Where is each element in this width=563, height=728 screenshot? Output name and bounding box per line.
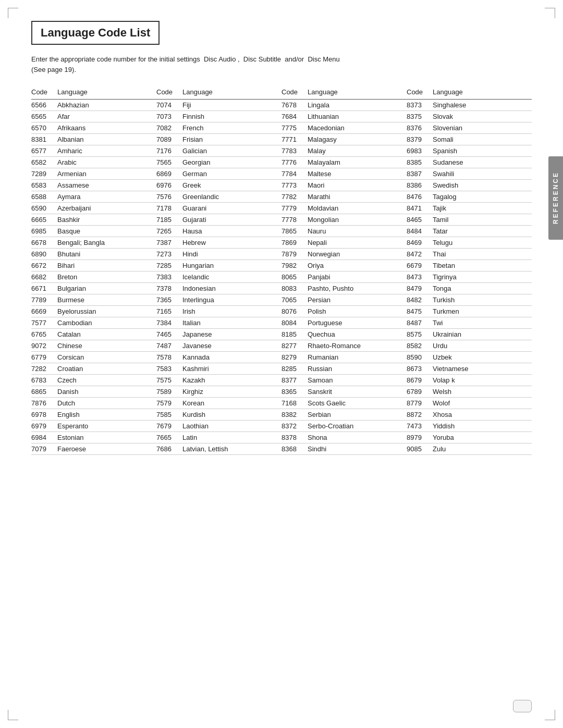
list-item: 6590Azerbaijani <box>31 203 156 214</box>
language-name: Volap k <box>433 376 532 384</box>
list-item: 7982Oriya <box>282 260 407 272</box>
language-name: Malagasy <box>308 135 407 143</box>
list-item: 7178Guarani <box>156 203 282 214</box>
list-item: 7383Icelandic <box>156 272 282 283</box>
language-name: Catalan <box>57 330 156 338</box>
language-code: 7082 <box>156 124 182 132</box>
list-item: 8590Uzbek <box>407 352 532 363</box>
language-code: 6682 <box>31 273 57 281</box>
language-name: English <box>57 411 156 418</box>
list-item: 6582Arabic <box>31 157 156 168</box>
language-code: 7565 <box>156 158 182 166</box>
list-item: 8083Pashto, Pushto <box>282 283 407 294</box>
list-item: 7678Lingala <box>282 100 407 111</box>
language-code: 7776 <box>282 158 308 166</box>
list-item: 7589Kirghiz <box>156 386 282 398</box>
language-name: Interlingua <box>182 296 282 304</box>
list-item: 7665Latin <box>156 432 282 443</box>
language-name: Uzbek <box>433 353 532 361</box>
language-name: Oriya <box>308 262 407 269</box>
list-item: 8484Tatar <box>407 226 532 237</box>
language-code: 8379 <box>407 135 433 143</box>
language-name: Bhutani <box>57 250 156 258</box>
language-code: 7779 <box>282 204 308 212</box>
list-item: 8279Rumanian <box>282 352 407 363</box>
list-item: 8387Swahili <box>407 168 532 180</box>
language-name: Maltese <box>308 170 407 178</box>
list-item: 7378Indonesian <box>156 283 282 294</box>
language-code: 6577 <box>31 147 57 155</box>
list-item: 6678Bengali; Bangla <box>31 237 156 249</box>
language-name: Bashkir <box>57 216 156 224</box>
list-item: 6765Catalan <box>31 329 156 340</box>
language-name: Greek <box>182 181 282 189</box>
col-header-code-0: Code <box>31 87 57 97</box>
language-name: Panjabi <box>308 273 407 281</box>
language-code: 6976 <box>156 181 182 189</box>
language-name: Malayalam <box>308 158 407 166</box>
language-code: 7178 <box>156 204 182 212</box>
language-name: Frisian <box>182 135 282 143</box>
language-name: Bulgarian <box>57 285 156 292</box>
list-item: 7776Malayalam <box>282 157 407 168</box>
col-section-2: CodeLanguage7678Lingala7684Lithuanian777… <box>282 87 407 455</box>
language-name: Esperanto <box>57 422 156 430</box>
language-code: 7473 <box>407 422 433 430</box>
language-code: 6765 <box>31 330 57 338</box>
language-name: Kirghiz <box>182 388 282 396</box>
language-name: Rhaeto-Romance <box>308 342 407 350</box>
list-item: 8465Tamil <box>407 214 532 226</box>
language-code: 6583 <box>31 181 57 189</box>
language-code: 8386 <box>407 181 433 189</box>
language-code: 6979 <box>31 422 57 430</box>
language-name: Japanese <box>182 330 282 338</box>
language-name: Russian <box>308 365 407 373</box>
language-code: 7665 <box>156 434 182 441</box>
list-item: 8285Russian <box>282 363 407 375</box>
language-code: 8479 <box>407 285 433 292</box>
list-item: 6679Tibetan <box>407 260 532 272</box>
language-code: 7589 <box>156 388 182 396</box>
list-item: 6865Danish <box>31 386 156 398</box>
language-name: Bihari <box>57 262 156 269</box>
language-name: Galician <box>182 147 282 155</box>
language-code: 7775 <box>282 124 308 132</box>
language-code: 7378 <box>156 285 182 292</box>
language-code: 8083 <box>282 285 308 292</box>
language-code: 7879 <box>282 250 308 258</box>
list-item: 7869Nepali <box>282 237 407 249</box>
language-code: 7579 <box>156 399 182 407</box>
language-code: 8979 <box>407 434 433 441</box>
list-item: 8376Slovenian <box>407 122 532 134</box>
list-item: 7089Frisian <box>156 134 282 145</box>
language-name: Irish <box>182 307 282 315</box>
language-name: Bengali; Bangla <box>57 239 156 246</box>
list-item: 8472Thai <box>407 249 532 260</box>
list-item: 6671Bulgarian <box>31 283 156 294</box>
language-name: German <box>182 170 282 178</box>
language-code: 6669 <box>31 307 57 315</box>
language-code: 9085 <box>407 445 433 453</box>
language-name: Hebrew <box>182 239 282 246</box>
language-code: 7585 <box>156 411 182 418</box>
list-item: 8377Samoan <box>282 375 407 386</box>
language-code: 7273 <box>156 250 182 258</box>
list-item: 8381Albanian <box>31 134 156 145</box>
language-name: Estonian <box>57 434 156 441</box>
language-code: 6678 <box>31 239 57 246</box>
list-item: 9072Chinese <box>31 340 156 352</box>
language-code: 6679 <box>407 262 433 269</box>
col-header-0: CodeLanguage <box>31 87 156 100</box>
language-name: Latvian, Lettish <box>182 445 282 453</box>
language-code: 8465 <box>407 216 433 224</box>
list-item: 7465Japanese <box>156 329 282 340</box>
list-item: 7576Greenlandic <box>156 191 282 203</box>
list-item: 8779Wolof <box>407 398 532 409</box>
language-name: Assamese <box>57 181 156 189</box>
list-item: 7579Korean <box>156 398 282 409</box>
list-item: 6976Greek <box>156 180 282 191</box>
list-item: 8471Tajik <box>407 203 532 214</box>
list-item: 7073Finnish <box>156 111 282 122</box>
col-header-code-2: Code <box>282 87 308 97</box>
language-code: 6890 <box>31 250 57 258</box>
